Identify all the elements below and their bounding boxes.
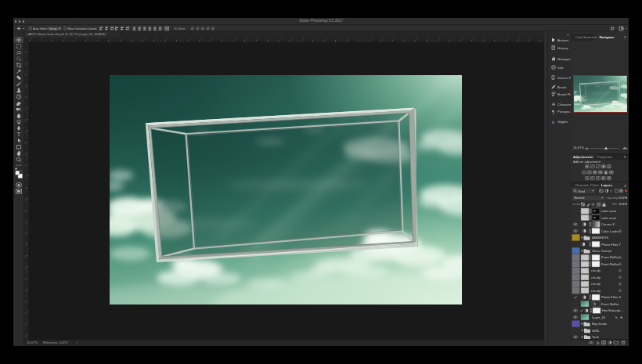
svg-text:Brush: Brush (557, 85, 567, 89)
svg-text:Auto-Select:: Auto-Select: (33, 27, 48, 31)
svg-text:Device P...: Device P... (557, 76, 572, 80)
svg-text:Glass Texture: Glass Texture (592, 249, 612, 253)
svg-text:Front Reflec: Front Reflec (601, 255, 619, 259)
svg-text:T: T (611, 189, 613, 193)
svg-text:Group: Group (49, 27, 57, 31)
svg-text:GIRL: GIRL (592, 329, 600, 333)
svg-text:Photo Filter 4: Photo Filter 4 (601, 295, 622, 299)
svg-text:Color Looku...: Color Looku... (601, 229, 622, 233)
svg-text:A: A (552, 102, 555, 106)
svg-text:Paragra...: Paragra... (557, 110, 572, 114)
svg-text:cloudy: cloudy (591, 282, 601, 286)
svg-text:Brush Pr...: Brush Pr... (557, 92, 572, 96)
svg-text:History: History (557, 46, 568, 50)
svg-text:Curves 8: Curves 8 (601, 222, 615, 226)
svg-text:Kind: Kind (579, 189, 586, 193)
svg-text:fx: fx (597, 341, 600, 345)
svg-text:cloudy: cloudy (591, 276, 601, 279)
svg-text:Histogra...: Histogra... (557, 57, 572, 61)
svg-text:3D Mode:: 3D Mode: (174, 27, 186, 31)
svg-text:Layer_01: Layer_01 (592, 315, 606, 319)
svg-text:cloudy: cloudy (591, 268, 601, 272)
svg-text:AMBIENTS: AMBIENTS (592, 236, 609, 240)
svg-text:Front Reflec: Front Reflec (601, 302, 619, 306)
svg-text:color save: color save (601, 216, 617, 220)
svg-text:Info: Info (557, 66, 564, 70)
svg-text:¶: ¶ (552, 110, 554, 114)
svg-text:Big clouds: Big clouds (592, 322, 607, 326)
svg-text:fx: fx (615, 315, 619, 319)
svg-text:Hue/Saturati...: Hue/Saturati... (602, 308, 623, 312)
svg-text:Show Transform Controls: Show Transform Controls (68, 27, 97, 31)
svg-text:Glyphs: Glyphs (557, 120, 568, 124)
svg-text:color save: color save (601, 209, 617, 213)
svg-text:cloudy: cloudy (591, 289, 601, 293)
svg-text:Photo Filter 7: Photo Filter 7 (601, 243, 622, 247)
svg-text:Front Reflec: Front Reflec (601, 262, 619, 266)
svg-text:x: x (552, 120, 554, 124)
svg-text:Character: Character (557, 103, 572, 106)
svg-text:T: T (17, 132, 21, 137)
svg-text:Actions: Actions (557, 38, 569, 42)
